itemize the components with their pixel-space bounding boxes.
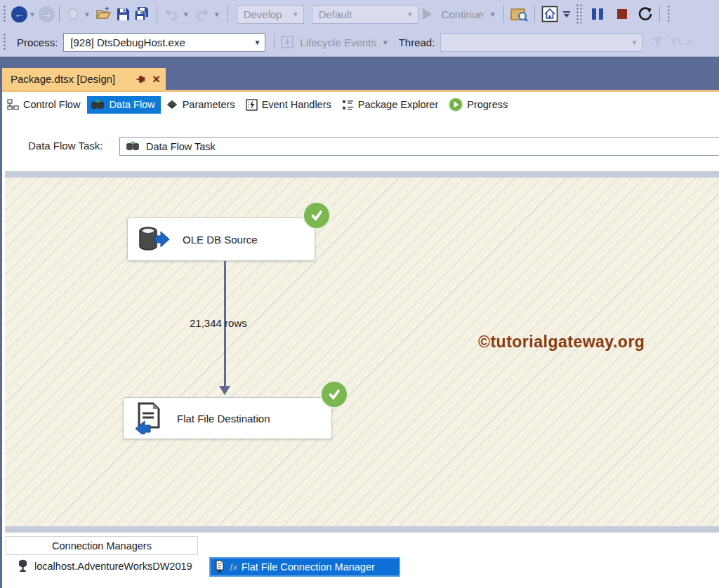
flat-file-connection-icon	[214, 560, 225, 574]
flat-file-destination-component[interactable]: Flat File Destination	[123, 397, 332, 439]
tab-label: Progress	[467, 99, 508, 110]
undo-caret-icon[interactable]: ▼	[183, 11, 190, 18]
event-handlers-icon	[246, 99, 258, 111]
folder-search-icon	[510, 7, 528, 22]
restart-icon	[638, 6, 653, 22]
control-flow-icon	[7, 99, 19, 111]
solution-platform-combo[interactable]: Default ▼	[312, 5, 418, 24]
standard-toolbar: ← ▼ → ▼ ▼ ▼ Develop ▼ Default	[0, 0, 719, 28]
data-flow-path-arrowhead	[219, 386, 230, 395]
surface-top-edge	[5, 171, 719, 178]
toggle-flagged-filter-button[interactable]	[668, 36, 682, 48]
tab-label: Control Flow	[23, 99, 80, 110]
tab-parameters[interactable]: Parameters	[162, 96, 241, 113]
lifecycle-caret-icon[interactable]: ▼	[382, 39, 389, 46]
connection-localhost-adventureworks[interactable]: localhost.AdventureWorksDW2019	[18, 559, 192, 573]
back-dropdown-caret-icon[interactable]: ▼	[29, 11, 36, 18]
platform-caret-icon: ▼	[407, 11, 414, 18]
data-flow-task-label: Data Flow Task:	[28, 140, 103, 152]
continue-caret-icon[interactable]: ▼	[489, 11, 496, 18]
success-check-badge	[304, 203, 329, 228]
find-in-files-button[interactable]	[510, 7, 528, 22]
ole-db-source-icon	[138, 225, 170, 253]
package-explorer-icon	[342, 99, 354, 111]
document-tab-title: Package.dtsx [Design]	[11, 73, 136, 85]
toolbar-options-button[interactable]	[562, 10, 571, 18]
pin-icon[interactable]	[136, 74, 146, 84]
flat-file-destination-icon	[133, 402, 164, 434]
parameters-icon	[166, 99, 178, 110]
toolbar-drag-handle[interactable]	[576, 4, 583, 25]
data-flow-design-surface[interactable]: OLE DB Source 21,344 rows ©tutorialgatew…	[5, 171, 719, 533]
tab-label: Data Flow	[109, 99, 154, 110]
toolbar-separator	[503, 6, 504, 22]
filter-funnel-slash-icon	[668, 36, 682, 48]
solution-configuration-combo[interactable]: Develop ▼	[237, 5, 304, 24]
open-file-icon	[95, 7, 112, 21]
document-tab-package-dtsx[interactable]: Package.dtsx [Design] ×	[2, 68, 166, 90]
toolbar-drag-handle[interactable]	[3, 33, 7, 51]
lifecycle-events-button[interactable]	[281, 36, 293, 48]
progress-icon	[449, 98, 463, 112]
redo-caret-icon[interactable]: ▼	[213, 11, 220, 18]
process-combo[interactable]: [928] DtsDebugHost.exe ▼	[63, 33, 265, 52]
tab-control-flow[interactable]: Control Flow	[4, 96, 86, 114]
close-icon[interactable]: ×	[152, 72, 160, 86]
connection-flat-file-selected[interactable]: ƒx Flat File Connection Manager	[209, 557, 400, 577]
expression-adorner-icon: ƒx	[229, 563, 237, 571]
flat-file-destination-label: Flat File Destination	[177, 413, 270, 425]
toolbar-drag-handle[interactable]	[3, 5, 7, 23]
ssis-designer-window: ← ▼ → ▼ ▼ ▼ Develop ▼ Default	[0, 0, 719, 588]
tab-package-explorer[interactable]: Package Explorer	[338, 96, 444, 114]
restart-button[interactable]	[638, 6, 653, 22]
new-item-icon	[66, 7, 80, 21]
lifecycle-events-label[interactable]: Lifecycle Events	[300, 36, 376, 48]
undo-button[interactable]	[164, 8, 179, 20]
tab-label: Parameters	[183, 99, 235, 110]
clear-icon	[686, 37, 694, 47]
home-button[interactable]	[541, 6, 558, 22]
tab-label: Package Explorer	[358, 99, 438, 110]
tab-label: Event Handlers	[262, 99, 331, 110]
data-flow-task-combo[interactable]: Data Flow Task	[119, 137, 719, 156]
tab-data-flow[interactable]: Data Flow	[87, 96, 160, 114]
new-item-button[interactable]	[66, 7, 80, 21]
connection-managers-header[interactable]: Connection Managers	[6, 536, 198, 555]
overflow-icon	[562, 10, 571, 18]
open-file-button[interactable]	[95, 7, 112, 21]
tab-event-handlers[interactable]: Event Handlers	[242, 96, 337, 114]
new-item-caret-icon[interactable]: ▼	[84, 11, 91, 18]
clear-filter-button[interactable]	[686, 37, 694, 47]
row-count-label: 21,344 rows	[190, 317, 247, 329]
success-check-badge	[322, 382, 347, 407]
redo-button[interactable]	[194, 8, 210, 20]
toolbar-drag-handle[interactable]	[667, 5, 671, 23]
process-value: [928] DtsDebugHost.exe	[70, 36, 253, 48]
save-button[interactable]	[117, 8, 130, 21]
configuration-caret-icon: ▼	[292, 11, 299, 18]
filter-funnel-icon	[651, 36, 664, 48]
toolbar-separator	[659, 6, 660, 22]
stop-debugging-button[interactable]	[617, 9, 627, 19]
connection-label: localhost.AdventureWorksDW2019	[34, 561, 192, 572]
data-flow-task-row: Data Flow Task: Data Flow Task	[2, 135, 719, 156]
continue-button[interactable]: Continue	[442, 8, 484, 20]
process-caret-icon: ▼	[253, 39, 260, 46]
show-threads-filter-button[interactable]	[651, 36, 664, 48]
designer-content: Control Flow Data Flow Parameters Event …	[2, 92, 719, 588]
thread-label: Thread:	[399, 36, 435, 48]
navigate-forward-button[interactable]: →	[39, 6, 55, 22]
surface-bottom-edge	[5, 526, 719, 533]
save-all-button[interactable]	[134, 7, 150, 21]
thread-combo[interactable]: ▼	[440, 33, 642, 52]
ole-db-source-component[interactable]: OLE DB Source	[127, 218, 315, 261]
undo-icon	[164, 8, 179, 20]
toolbar-separator	[59, 6, 60, 22]
redo-icon	[194, 8, 210, 20]
data-flow-task-value: Data Flow Task	[146, 141, 216, 152]
navigate-back-button[interactable]: ←	[11, 6, 27, 22]
window-left-border	[0, 68, 2, 588]
connection-managers-title: Connection Managers	[52, 540, 152, 552]
pause-button[interactable]	[592, 8, 603, 20]
tab-progress[interactable]: Progress	[445, 95, 513, 114]
